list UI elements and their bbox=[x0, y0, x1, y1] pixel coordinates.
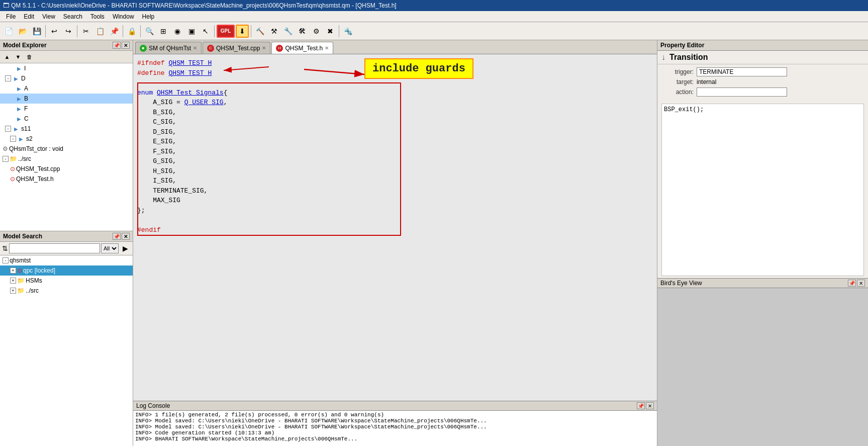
tab-icon-h: H bbox=[276, 45, 283, 52]
menu-help[interactable]: Help bbox=[138, 12, 159, 21]
tab-label-h: QHSM_Test.h bbox=[285, 45, 323, 52]
lock-button[interactable]: 🔒 bbox=[125, 25, 138, 38]
tree-item-B[interactable]: ▶ B bbox=[0, 94, 133, 104]
log-console-header: Log Console 📌 ✕ bbox=[133, 401, 657, 411]
menu-file[interactable]: File bbox=[2, 12, 20, 21]
tab-cpp[interactable]: C QHSM_Test.cpp ✕ bbox=[203, 42, 270, 54]
eye-button[interactable]: ◉ bbox=[171, 25, 184, 38]
expand-hsms[interactable]: + bbox=[10, 278, 16, 284]
birds-eye-pin-button[interactable]: 📌 bbox=[848, 280, 856, 287]
menu-tools[interactable]: Tools bbox=[86, 12, 109, 21]
search-item-qhsmtst[interactable]: - qhsmtst bbox=[0, 255, 133, 265]
tune-button[interactable]: ⊞ bbox=[157, 25, 170, 38]
code-line-14: TERMINATE_SIG, bbox=[137, 186, 653, 196]
tab-close-sm[interactable]: ✕ bbox=[193, 45, 197, 51]
tab-sm-qhsmtst[interactable]: ■ SM of QHsmTst ✕ bbox=[135, 42, 202, 54]
tab-h[interactable]: H QHSM_Test.h ✕ bbox=[271, 42, 333, 54]
toolbar-sep-7 bbox=[339, 25, 339, 37]
action-input[interactable] bbox=[697, 87, 787, 97]
birds-eye-title: Bird's Eye View bbox=[660, 280, 702, 287]
center-area: ■ SM of QHsmTst ✕ C QHSM_Test.cpp ✕ H QH… bbox=[133, 40, 657, 446]
tree-item-h[interactable]: ⊙ QHSM_Test.h bbox=[0, 174, 133, 184]
settings-button[interactable]: 🔩 bbox=[341, 25, 354, 38]
new-button[interactable]: 📄 bbox=[2, 25, 15, 38]
tree-item-A[interactable]: ▶ A bbox=[0, 83, 133, 94]
menu-view[interactable]: View bbox=[38, 12, 59, 21]
birds-eye-buttons: 📌 ✕ bbox=[848, 280, 865, 287]
cursor-button[interactable]: ↖ bbox=[199, 25, 212, 38]
search-item-qpc[interactable]: + ⊙ qpc [locked] bbox=[0, 265, 133, 276]
build2-button[interactable]: ⚒ bbox=[267, 25, 280, 38]
log-console-close-button[interactable]: ✕ bbox=[646, 402, 654, 409]
search-type-dropdown[interactable]: All bbox=[101, 243, 119, 253]
tab-close-cpp[interactable]: ✕ bbox=[262, 45, 266, 51]
birds-eye-close-button[interactable]: ✕ bbox=[857, 280, 865, 287]
download-button[interactable]: ⬇ bbox=[236, 25, 249, 38]
tree-item-s11[interactable]: - ▶ s11 bbox=[0, 124, 133, 134]
tree-delete-btn[interactable]: 🗑 bbox=[24, 52, 34, 62]
expand-s11[interactable]: - bbox=[5, 126, 11, 132]
expand-qhsmtst[interactable]: - bbox=[3, 257, 9, 263]
model-explorer-tree: ▶ I - ▶ D ▶ A ▶ B ▶ F bbox=[0, 63, 133, 231]
code-line-6: B_SIG, bbox=[137, 108, 653, 118]
menu-window[interactable]: Window bbox=[109, 12, 138, 21]
build3-button[interactable]: 🔧 bbox=[281, 25, 295, 38]
undo-button[interactable]: ↩ bbox=[48, 25, 61, 38]
trigger-input[interactable] bbox=[697, 67, 787, 76]
log-console-pin-button[interactable]: 📌 bbox=[637, 402, 645, 409]
expand-src2[interactable]: + bbox=[10, 288, 16, 294]
tree-item-F[interactable]: ▶ F bbox=[0, 104, 133, 114]
cancel-build-button[interactable]: ✖ bbox=[324, 25, 337, 38]
redo-button[interactable]: ↪ bbox=[62, 25, 75, 38]
gpl-button[interactable]: GPL bbox=[217, 25, 235, 38]
search-input[interactable] bbox=[9, 243, 100, 253]
code-line-10: F_SIG, bbox=[137, 147, 653, 157]
search-execute-button[interactable]: ▶ bbox=[120, 243, 131, 253]
tree-item-src-folder[interactable]: - 📁 ../src bbox=[0, 154, 133, 164]
model-search-header-buttons: 📌 ✕ bbox=[113, 233, 130, 240]
build1-button[interactable]: 🔨 bbox=[253, 25, 266, 38]
toolbar-sep-1 bbox=[45, 25, 46, 37]
build5-button[interactable]: ⚙ bbox=[310, 25, 323, 38]
menu-edit[interactable]: Edit bbox=[20, 12, 38, 21]
expand-src[interactable]: - bbox=[3, 156, 9, 162]
tree-item-ctor[interactable]: ⚙ QHsmTst_ctor : void bbox=[0, 144, 133, 154]
birds-eye-header: Bird's Eye View 📌 ✕ bbox=[657, 279, 868, 288]
search-item-src[interactable]: + 📁 ../src bbox=[0, 286, 133, 296]
tree-item-cpp[interactable]: ⊙ QHSM_Test.cpp bbox=[0, 164, 133, 174]
cut-button[interactable]: ✂ bbox=[79, 25, 92, 38]
model-search-header: Model Search 📌 ✕ bbox=[0, 231, 133, 242]
trigger-row: trigger: bbox=[661, 67, 864, 76]
model-search: Model Search 📌 ✕ ⇅ All ▶ - qhsmtst bbox=[0, 231, 133, 446]
code-line-18: #endif bbox=[137, 225, 653, 235]
model-search-pin-button[interactable]: 📌 bbox=[113, 233, 121, 240]
menu-search[interactable]: Search bbox=[59, 12, 86, 21]
window-button[interactable]: ▣ bbox=[185, 25, 198, 38]
toolbar-sep-3 bbox=[123, 25, 123, 37]
open-button[interactable]: 📂 bbox=[16, 25, 29, 38]
save-button[interactable]: 💾 bbox=[30, 25, 43, 38]
build4-button[interactable]: 🛠 bbox=[296, 25, 309, 38]
search-item-hsms[interactable]: + 📁 HSMs bbox=[0, 276, 133, 286]
include-guards-text: include guards bbox=[372, 62, 465, 75]
expand-qpc[interactable]: + bbox=[10, 267, 16, 274]
tree-item-C[interactable]: ▶ C bbox=[0, 114, 133, 124]
tree-item-D[interactable]: - ▶ D bbox=[0, 73, 133, 83]
tree-item-I[interactable]: ▶ I bbox=[0, 63, 133, 73]
expand-s2[interactable]: - bbox=[10, 136, 16, 142]
copy-button[interactable]: 📋 bbox=[93, 25, 107, 38]
model-explorer: Model Explorer 📌 ✕ ▲ ▼ 🗑 ▶ I - bbox=[0, 40, 133, 231]
tab-close-h[interactable]: ✕ bbox=[325, 45, 329, 51]
property-code-editor[interactable]: BSP_exit(); bbox=[661, 104, 864, 276]
paste-button[interactable]: 📌 bbox=[108, 25, 121, 38]
tree-collapse-btn[interactable]: ▼ bbox=[13, 52, 23, 62]
search-button[interactable]: 🔍 bbox=[143, 25, 156, 38]
model-search-close-button[interactable]: ✕ bbox=[122, 233, 130, 240]
tree-expand-btn[interactable]: ▲ bbox=[2, 52, 12, 62]
model-explorer-close-button[interactable]: ✕ bbox=[122, 42, 130, 49]
tree-item-s2[interactable]: - ▶ s2 bbox=[0, 134, 133, 144]
toolbar: 📄 📂 💾 ↩ ↪ ✂ 📋 📌 🔒 🔍 ⊞ ◉ ▣ ↖ GPL ⬇ 🔨 ⚒ 🔧 … bbox=[0, 22, 868, 40]
log-line-4: INFO> Code generation started (10:13:3 a… bbox=[135, 430, 655, 436]
expand-D[interactable]: - bbox=[5, 75, 11, 81]
model-explorer-pin-button[interactable]: 📌 bbox=[113, 42, 121, 49]
